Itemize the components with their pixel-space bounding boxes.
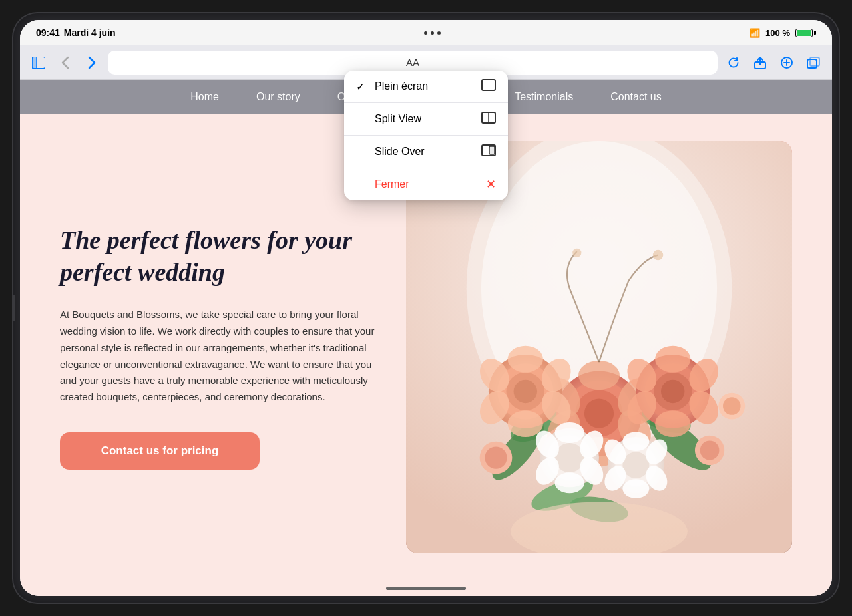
status-time-date: 09:41 Mardi 4 juin: [36, 27, 116, 38]
svg-point-50: [555, 443, 584, 472]
svg-point-73: [653, 250, 664, 261]
battery-percent: 100 %: [765, 28, 790, 38]
status-bar: 09:41 Mardi 4 juin 📶 100 %: [20, 20, 832, 45]
address-text: AA: [406, 57, 419, 68]
time: 09:41: [36, 27, 60, 38]
dropdown-icon-split-view: [481, 112, 496, 126]
sidebar-toggle-button[interactable]: [28, 52, 49, 73]
dropdown-overlay: ✓ Plein écran ✓ Split View: [344, 71, 508, 200]
nav-item-contact[interactable]: Contact us: [592, 80, 680, 114]
dropdown-item-split-view[interactable]: ✓ Split View: [344, 103, 508, 136]
nav-item-testimonials[interactable]: Testimonials: [496, 80, 592, 114]
dropdown-item-plein-ecran[interactable]: ✓ Plein écran: [344, 71, 508, 103]
hero-body: At Bouquets and Blossoms, we take specia…: [60, 307, 379, 406]
status-dots: [424, 31, 441, 35]
share-button[interactable]: [749, 52, 771, 73]
svg-point-32: [508, 346, 543, 373]
svg-point-69: [700, 441, 720, 460]
svg-rect-75: [482, 80, 495, 90]
dot-3: [437, 31, 441, 35]
reload-button[interactable]: [723, 52, 744, 73]
status-right: 📶 100 %: [749, 28, 816, 38]
dropdown-label-slide-over: Slide Over: [375, 146, 425, 158]
svg-rect-8: [810, 57, 819, 66]
svg-point-51: [555, 422, 584, 443]
back-button[interactable]: [55, 52, 76, 73]
dropdown-menu: ✓ Plein écran ✓ Split View: [344, 71, 508, 200]
svg-point-42: [655, 346, 690, 373]
dot-2: [431, 31, 434, 35]
svg-point-71: [723, 397, 741, 415]
svg-rect-7: [807, 59, 817, 68]
dropdown-label-plein-ecran: Plein écran: [375, 80, 428, 92]
hero-image: [406, 141, 792, 553]
checkmark-empty2: ✓: [356, 146, 369, 158]
tabs-overview-button[interactable]: [803, 52, 824, 73]
home-indicator: [20, 580, 832, 596]
svg-point-41: [661, 380, 684, 403]
browser-actions: [723, 52, 824, 73]
svg-point-72: [572, 249, 581, 257]
dropdown-label-split-view: Split View: [375, 113, 421, 125]
checkmark-empty3: ✓: [356, 178, 369, 191]
svg-rect-1: [32, 57, 37, 69]
dropdown-item-fermer[interactable]: ✓ Fermer ✕: [344, 168, 508, 200]
svg-point-54: [555, 472, 584, 493]
svg-point-45: [655, 410, 690, 437]
ipad-frame: 09:41 Mardi 4 juin 📶 100 %: [13, 13, 839, 603]
home-bar: [386, 587, 466, 590]
side-notch: [12, 295, 15, 321]
svg-point-31: [514, 380, 537, 403]
battery-fill: [797, 30, 811, 36]
dropdown-icon-plein-ecran: [481, 79, 496, 94]
svg-point-21: [584, 399, 614, 428]
add-tab-button[interactable]: [776, 52, 797, 73]
svg-point-35: [508, 410, 543, 437]
svg-point-67: [485, 446, 507, 468]
svg-point-59: [622, 452, 649, 478]
dropdown-icon-slide-over: [481, 144, 496, 159]
wifi-label: 📶: [749, 28, 760, 38]
svg-point-22: [578, 361, 620, 390]
forward-button[interactable]: [81, 52, 103, 73]
hero-text: The perfect flowers for your perfect wed…: [60, 141, 379, 553]
close-icon: ✕: [486, 177, 496, 192]
svg-rect-79: [489, 146, 495, 154]
battery-tip: [814, 31, 816, 35]
cta-button[interactable]: Contact us for pricing: [60, 432, 260, 470]
dropdown-label-fermer: Fermer: [375, 178, 409, 190]
checkmark-icon: ✓: [356, 80, 369, 93]
nav-item-home[interactable]: Home: [172, 80, 238, 114]
hero-title: The perfect flowers for your perfect wed…: [60, 225, 379, 288]
battery-icon: [795, 29, 816, 37]
date: Mardi 4 juin: [64, 27, 116, 38]
ipad-screen: 09:41 Mardi 4 juin 📶 100 %: [20, 20, 832, 596]
dot-1: [424, 31, 427, 35]
svg-point-60: [622, 432, 649, 451]
svg-point-63: [622, 479, 649, 498]
nav-item-our-story[interactable]: Our story: [238, 80, 319, 114]
dropdown-item-slide-over[interactable]: ✓ Slide Over: [344, 136, 508, 168]
checkmark-empty: ✓: [356, 113, 369, 126]
battery-body: [795, 29, 813, 37]
